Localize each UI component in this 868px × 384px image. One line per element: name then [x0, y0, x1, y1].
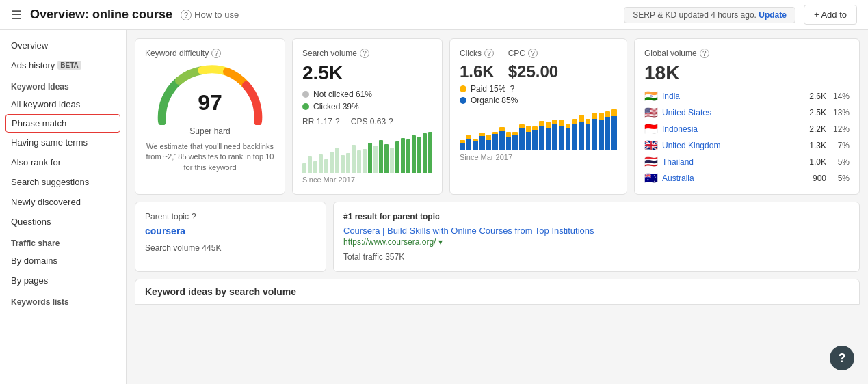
country-name[interactable]: Indonesia: [662, 124, 802, 134]
clicks-bar-group: [460, 109, 465, 150]
country-volume: 2.6K: [806, 92, 826, 101]
organic-bar: [479, 136, 485, 150]
country-flag: 🇮🇩: [644, 122, 658, 135]
clicks-bar-group: [466, 109, 472, 150]
organic-bar: [566, 128, 571, 150]
paid-bar: [572, 119, 577, 124]
sv-bar: [395, 141, 399, 173]
sv-since: Since Mar 2017: [302, 176, 432, 184]
sidebar-item-by-domains[interactable]: By domains: [0, 251, 126, 271]
cpc-help-icon[interactable]: ?: [528, 49, 538, 58]
sv-legend: Not clicked 61% Clicked 39%: [302, 90, 432, 111]
parent-help-icon[interactable]: ?: [192, 212, 196, 221]
sv-clicked: Clicked 39%: [302, 102, 432, 111]
organic-bar: [466, 139, 472, 150]
clicks-value: 1.6K: [460, 62, 495, 81]
organic-bar: [599, 120, 604, 150]
gv-help-icon[interactable]: ?: [700, 49, 709, 58]
clicks-bar-group: [572, 109, 577, 150]
how-to-use-link[interactable]: ? How to use: [181, 10, 239, 20]
sidebar: Overview Ads history BETA Keyword Ideas …: [0, 30, 127, 384]
sidebar-item-by-pages[interactable]: By pages: [0, 271, 126, 290]
clicks-bar-group: [486, 109, 492, 150]
organic-bar: [506, 137, 512, 151]
gv-card: Global volume ? 18K 🇮🇳 India 2.6K 14% 🇺🇸…: [634, 38, 860, 195]
hamburger-icon[interactable]: ☰: [11, 8, 22, 23]
organic-bar: [519, 128, 525, 150]
organic-bar: [499, 131, 505, 150]
organic-bar: [592, 119, 597, 150]
sidebar-item-newly-discovered[interactable]: Newly discovered: [0, 192, 126, 212]
paid-bar: [605, 111, 611, 117]
gauge-svg: 97: [155, 64, 265, 125]
organic-bar: [486, 140, 492, 150]
organic-bar: [492, 134, 498, 150]
country-row: 🇮🇩 Indonesia 2.2K 12%: [644, 122, 850, 135]
kd-card: Keyword difficulty ? 97 Super hard: [135, 38, 285, 195]
clicks-label: Clicks ?: [460, 49, 495, 58]
clicks-since: Since Mar 2017: [460, 153, 617, 161]
clicks-bar-group: [552, 109, 557, 150]
paid-bar: [526, 126, 531, 132]
sv-not-clicked: Not clicked 61%: [302, 90, 432, 99]
clicks-bar-group: [579, 109, 584, 150]
kd-help-icon[interactable]: ?: [211, 49, 221, 58]
help-button[interactable]: ?: [830, 346, 854, 370]
sidebar-item-search-suggestions[interactable]: Search suggestions: [0, 172, 126, 192]
clicks-bar-group: [566, 109, 571, 150]
clicked-dot: [302, 103, 309, 110]
sv-bar: [308, 156, 312, 173]
paid-bar: [586, 119, 591, 124]
parent-sv: Search volume 445K: [145, 243, 316, 253]
country-row: 🇺🇸 United States 2.5K 13%: [644, 106, 850, 119]
country-name[interactable]: United Kingdom: [662, 141, 802, 150]
organic-bar: [552, 124, 557, 150]
sv-bar: [330, 152, 334, 173]
organic-bar: [611, 116, 617, 150]
sidebar-item-also-rank-for[interactable]: Also rank for: [0, 152, 126, 172]
svg-text:97: 97: [198, 90, 222, 115]
country-volume: 2.2K: [806, 124, 826, 134]
result-link[interactable]: Coursera | Build Skills with Online Cour…: [343, 225, 850, 236]
clicks-bar-group: [506, 109, 512, 150]
clicks-bar-group: [519, 109, 525, 150]
country-row: 🇬🇧 United Kingdom 1.3K 7%: [644, 139, 850, 152]
country-name[interactable]: India: [662, 92, 802, 101]
update-link[interactable]: Update: [759, 10, 787, 20]
sidebar-item-all-keyword-ideas[interactable]: All keyword ideas: [0, 94, 126, 114]
sv-bar: [363, 149, 367, 173]
rr-help-icon[interactable]: ?: [335, 117, 340, 126]
sv-help-icon[interactable]: ?: [360, 49, 369, 58]
organic-bar: [579, 122, 584, 150]
clicks-help-icon[interactable]: ?: [484, 49, 494, 58]
sidebar-section-traffic-share: Traffic share: [0, 232, 126, 251]
sidebar-item-ads-history[interactable]: Ads history BETA: [0, 55, 126, 75]
add-to-button[interactable]: + Add to: [804, 5, 857, 25]
cps-help-icon[interactable]: ?: [389, 117, 393, 126]
kd-label: Keyword difficulty ?: [145, 49, 275, 58]
country-row: 🇹🇭 Thailand 1.0K 5%: [644, 155, 850, 168]
country-name[interactable]: United States: [662, 108, 802, 118]
sidebar-item-overview[interactable]: Overview: [0, 36, 126, 55]
parent-topic-link[interactable]: coursera: [145, 225, 316, 236]
country-percent: 12%: [830, 124, 850, 134]
dropdown-icon[interactable]: ▾: [438, 237, 443, 247]
country-flag: 🇹🇭: [644, 155, 658, 168]
paid-help-icon[interactable]: ?: [510, 84, 514, 94]
sidebar-item-questions[interactable]: Questions: [0, 212, 126, 232]
sv-bar: [302, 163, 306, 173]
sv-card: Search volume ? 2.5K Not clicked 61% Cli…: [292, 38, 443, 195]
country-name[interactable]: Australia: [662, 174, 802, 183]
top-nav: ☰ Overview: online course ? How to use S…: [0, 0, 868, 30]
sidebar-item-phrase-match[interactable]: Phrase match: [5, 114, 120, 133]
clicks-legend: Paid 15% ? Organic 85%: [460, 84, 617, 105]
clicks-bar-group: [592, 109, 597, 150]
country-percent: 5%: [830, 174, 850, 183]
country-volume: 1.0K: [806, 157, 826, 167]
sv-bar: [390, 148, 394, 174]
country-name[interactable]: Thailand: [662, 157, 802, 167]
sidebar-item-having-same-terms[interactable]: Having same terms: [0, 133, 126, 152]
sv-bar: [384, 144, 389, 173]
country-flag: 🇬🇧: [644, 139, 658, 152]
organic-bar: [586, 124, 591, 150]
